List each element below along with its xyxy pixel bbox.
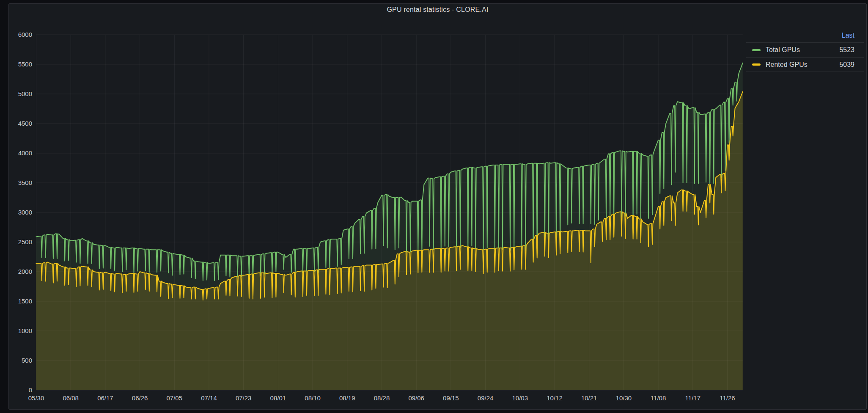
legend-last-label: Last: [842, 32, 854, 39]
y-tick-label: 0: [29, 386, 32, 394]
y-tick-label: 6000: [18, 31, 32, 38]
rented-gpus-swatch-icon: [752, 63, 761, 66]
x-tick-label: 05/30: [28, 394, 44, 402]
x-tick-label: 07/14: [201, 394, 217, 402]
x-tick-label: 11/17: [685, 394, 700, 402]
y-tick-label: 500: [22, 357, 32, 364]
y-tick-label: 5000: [18, 90, 32, 97]
legend-calc-header[interactable]: Last: [746, 28, 864, 42]
x-tick-label: 10/12: [547, 394, 563, 402]
x-tick-label: 10/21: [581, 394, 597, 402]
y-tick-label: 4500: [18, 120, 32, 127]
legend-row-rented-gpus[interactable]: Rented GPUs 5039: [746, 57, 864, 72]
y-tick-label: 1000: [18, 327, 32, 334]
legend-value-total-gpus: 5523: [839, 46, 854, 54]
x-tick-label: 11/26: [720, 394, 735, 402]
legend-value-rented-gpus: 5039: [839, 61, 854, 69]
x-tick-label: 10/03: [512, 394, 528, 402]
y-tick-label: 5500: [18, 61, 32, 68]
legend-row-total-gpus[interactable]: Total GPUs 5523: [746, 42, 864, 57]
x-tick-label: 09/15: [443, 394, 459, 402]
y-tick-label: 2000: [18, 268, 32, 275]
legend-label-total-gpus[interactable]: Total GPUs: [766, 46, 800, 54]
x-tick-label: 08/28: [374, 394, 390, 402]
y-tick-label: 3000: [18, 209, 32, 216]
x-tick-label: 06/08: [63, 394, 79, 402]
legend-label-rented-gpus[interactable]: Rented GPUs: [766, 61, 808, 69]
total-gpus-swatch-icon: [752, 49, 761, 51]
x-tick-label: 09/24: [478, 394, 494, 402]
y-tick-label: 1500: [18, 297, 32, 305]
x-tick-label: 07/23: [236, 394, 252, 402]
x-tick-label: 07/05: [167, 394, 183, 402]
y-tick-label: 3500: [18, 179, 32, 186]
grafana-panel-page: { "panel": { "title": "GPU rental statis…: [0, 0, 868, 413]
x-tick-label: 08/10: [305, 394, 321, 402]
x-tick-label: 08/19: [339, 394, 355, 402]
time-series-chart: 0500100015002000250030003500400045005000…: [0, 0, 868, 413]
legend-table: Last Total GPUs 5523 Rented GPUs 5039: [746, 28, 864, 72]
x-tick-label: 10/30: [616, 394, 632, 402]
y-tick-label: 2500: [18, 238, 32, 245]
x-tick-label: 06/26: [132, 394, 148, 402]
x-tick-label: 08/01: [270, 394, 286, 402]
x-tick-label: 11/08: [651, 394, 666, 402]
y-tick-label: 4000: [18, 149, 32, 157]
x-tick-label: 09/06: [408, 394, 424, 402]
x-tick-label: 06/17: [97, 394, 113, 402]
plot-area[interactable]: [36, 25, 743, 390]
